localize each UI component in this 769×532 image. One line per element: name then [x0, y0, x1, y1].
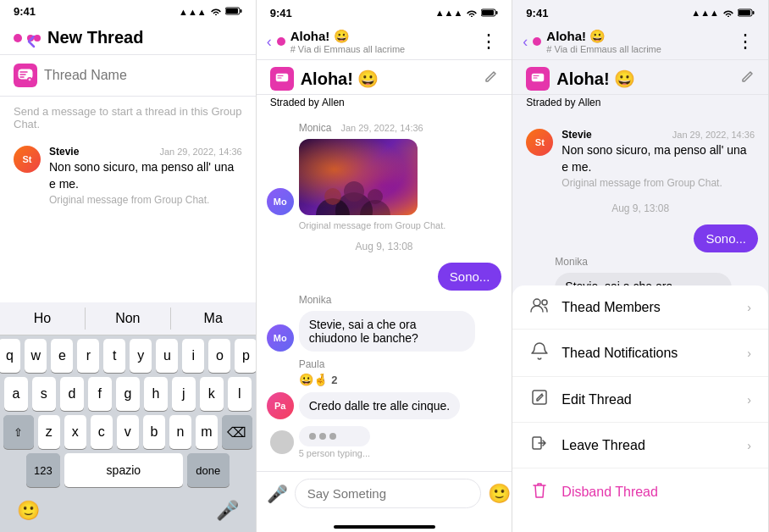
menu-item-leave[interactable]: Leave Thread ›: [512, 423, 768, 468]
menu-item-notifications[interactable]: Thead Notifications ›: [512, 330, 768, 377]
key-space[interactable]: spazio: [64, 453, 183, 487]
date-divider-2: Aug 9, 13:08: [257, 234, 512, 259]
key-s[interactable]: s: [32, 377, 56, 411]
chat-input-row: 🎤 🙂 ⊕: [257, 471, 512, 515]
status-time-3: 9:41: [526, 7, 548, 19]
chat-header-title-3: Aloha! 😀: [546, 29, 661, 44]
bubble-right-text-3: Sono...: [694, 224, 758, 252]
key-l[interactable]: l: [228, 377, 252, 411]
suggestion-3[interactable]: Ma: [171, 308, 256, 330]
back-chevron-2[interactable]: ‹: [267, 33, 272, 51]
suggestion-2[interactable]: Non: [86, 308, 171, 330]
suggestion-1[interactable]: Ho: [0, 308, 86, 330]
mic-keyboard-icon[interactable]: 🎤: [216, 500, 239, 522]
stevie-text-3: Non sono sicuro, ma penso all' una e me.: [562, 142, 755, 175]
stevie-content-3: Stevie Jan 29, 2022, 14:36 Non sono sicu…: [562, 129, 755, 189]
menu-item-disband-left: Disband Thread: [529, 480, 658, 503]
key-o[interactable]: o: [208, 339, 230, 373]
leave-label: Leave Thread: [562, 438, 645, 453]
back-icon[interactable]: [27, 35, 34, 42]
message-time: Jan 29, 2022, 14:36: [159, 147, 241, 157]
edit-label: Edit Thread: [562, 392, 631, 407]
monica-message-row: Mo: [257, 136, 512, 219]
key-g[interactable]: g: [116, 377, 140, 411]
key-t[interactable]: t: [103, 339, 125, 373]
key-y[interactable]: y: [130, 339, 152, 373]
new-thread-header: New Thread: [0, 21, 256, 55]
edit-thread-icon: [529, 389, 550, 410]
svg-point-14: [368, 189, 383, 204]
chat-header-subtitle: # Via di Emmaus all lacrime: [290, 44, 406, 54]
monica-photo-bubble: [299, 139, 418, 215]
back-chevron-3[interactable]: ‹: [523, 33, 528, 51]
chat-input[interactable]: [295, 479, 481, 508]
key-b[interactable]: b: [143, 415, 165, 449]
key-num[interactable]: 123: [26, 453, 60, 487]
key-d[interactable]: d: [60, 377, 84, 411]
key-p[interactable]: p: [235, 339, 256, 373]
menu-item-edit[interactable]: Edit Thread ›: [512, 377, 768, 423]
key-m[interactable]: m: [196, 415, 218, 449]
svg-rect-1: [240, 9, 241, 13]
key-k[interactable]: k: [200, 377, 224, 411]
mic-button[interactable]: 🎤: [267, 484, 288, 504]
panel-chat-menu: 9:41 ▲▲▲ ‹ Aloha! 😀 # Via di Emmaus all …: [512, 0, 769, 532]
reaction-emoji: 😀🤞: [299, 373, 328, 386]
status-bar-3: 9:41 ▲▲▲: [512, 0, 768, 24]
thread-title-left: Aloha! 😀: [270, 67, 379, 91]
notifications-chevron: ›: [747, 346, 751, 360]
straded-by-3: Straded by Allen: [512, 95, 768, 115]
members-icon: [529, 297, 550, 317]
key-c[interactable]: c: [91, 415, 113, 449]
key-u[interactable]: u: [156, 339, 178, 373]
notifications-label: Thead Notifications: [562, 346, 678, 361]
leave-chevron: ›: [747, 439, 751, 452]
monica-name: Monica: [299, 122, 332, 134]
key-v[interactable]: v: [117, 415, 139, 449]
key-e[interactable]: e: [51, 339, 73, 373]
key-a[interactable]: a: [4, 377, 28, 411]
wifi-icon-3: [722, 5, 734, 20]
key-x[interactable]: x: [64, 415, 86, 449]
key-q[interactable]: q: [0, 339, 20, 373]
more-button-3[interactable]: ⋮: [733, 30, 758, 53]
thread-name-row: [0, 55, 256, 97]
chat-thread-icon: [14, 64, 37, 87]
thread-name-input[interactable]: [44, 68, 242, 83]
key-f[interactable]: f: [88, 377, 112, 411]
key-w[interactable]: w: [25, 339, 47, 373]
key-n[interactable]: n: [169, 415, 191, 449]
key-j[interactable]: j: [172, 377, 196, 411]
edit-icon[interactable]: [483, 69, 498, 89]
monica-author-label: Monica Jan 29, 2022, 14:36: [257, 122, 512, 134]
thread-icon-2: [270, 67, 294, 91]
stevie-message-3: St Stevie Jan 29, 2022, 14:36 Non sono s…: [512, 122, 768, 196]
chat-header-left-3: ‹ Aloha! 😀 # Via di Emmaus all lacrime: [523, 29, 733, 54]
emoji-button[interactable]: 🙂: [488, 483, 511, 505]
thread-title-row: Aloha! 😀: [257, 60, 512, 95]
edit-icon-3[interactable]: [739, 69, 755, 89]
battery-icon: [225, 7, 242, 17]
key-row-3: ⇧ z x c v b n m ⌫: [3, 415, 252, 449]
key-done[interactable]: done: [187, 453, 230, 487]
emoji-keyboard-icon[interactable]: 🙂: [17, 500, 40, 522]
thread-title-row-3: Aloha! 😀: [512, 60, 768, 95]
keyboard-suggestions: Ho Non Ma: [0, 302, 256, 335]
key-shift[interactable]: ⇧: [3, 415, 34, 449]
svg-rect-17: [739, 10, 750, 15]
more-button[interactable]: ⋮: [476, 30, 501, 53]
key-delete[interactable]: ⌫: [222, 415, 252, 449]
key-z[interactable]: z: [38, 415, 60, 449]
key-row-2: a s d f g h j k l: [3, 377, 252, 411]
members-chevron: ›: [747, 301, 751, 314]
monica-time: Jan 29, 2022, 14:36: [340, 123, 423, 133]
members-label: Thead Members: [562, 300, 661, 315]
key-i[interactable]: i: [182, 339, 204, 373]
menu-item-members[interactable]: Thead Members ›: [512, 285, 768, 330]
monika-author-label: Monika: [257, 294, 512, 306]
dot-1: [309, 433, 316, 440]
menu-overlay: Thead Members › Thead Notifications ›: [512, 285, 768, 532]
menu-item-disband[interactable]: Disband Thread: [512, 468, 768, 515]
key-h[interactable]: h: [144, 377, 168, 411]
key-r[interactable]: r: [77, 339, 99, 373]
